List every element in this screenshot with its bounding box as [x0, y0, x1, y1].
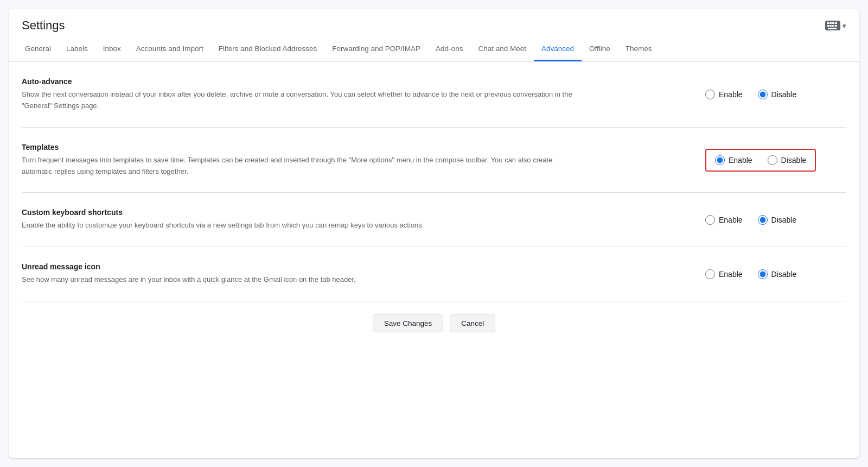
svg-rect-6 — [829, 25, 832, 27]
keyboard-shortcuts-info: Custom keyboard shortcuts Enable the abi… — [22, 208, 705, 231]
save-changes-button[interactable]: Save Changes — [373, 314, 444, 332]
keyboard-shortcuts-title: Custom keyboard shortcuts — [22, 208, 684, 217]
templates-enable-label: Enable — [729, 156, 752, 165]
templates-disable-option[interactable]: Disable — [768, 155, 807, 165]
svg-rect-2 — [829, 22, 832, 24]
auto-advance-disable-option[interactable]: Disable — [758, 90, 797, 99]
keyboard-shortcuts-controls: Enable Disable — [705, 215, 846, 225]
tab-forwarding-pop-imap[interactable]: Forwarding and POP/IMAP — [324, 38, 428, 61]
templates-enable-radio[interactable] — [715, 155, 725, 165]
keyboard-shortcuts-disable-radio[interactable] — [758, 215, 768, 225]
templates-info: Templates Turn frequent messages into te… — [22, 143, 705, 178]
templates-desc: Turn frequent messages into templates to… — [22, 155, 580, 178]
auto-advance-enable-radio[interactable] — [705, 90, 715, 99]
cancel-button[interactable]: Cancel — [450, 314, 495, 332]
keyboard-shortcuts-disable-label: Disable — [771, 216, 797, 224]
auto-advance-enable-label: Enable — [719, 90, 743, 99]
auto-advance-disable-radio[interactable] — [758, 90, 768, 99]
templates-controls: Enable Disable — [705, 149, 846, 172]
auto-advance-desc: Show the next conversation instead of yo… — [22, 89, 580, 112]
tab-labels[interactable]: Labels — [59, 38, 95, 61]
unread-message-icon-disable-label: Disable — [771, 270, 797, 279]
title-bar: Settings ▾ — [9, 9, 859, 38]
auto-advance-controls: Enable Disable — [705, 90, 846, 99]
svg-rect-9 — [828, 28, 837, 29]
setting-auto-advance: Auto-advance Show the next conversation … — [22, 62, 846, 128]
keyboard-shortcuts-enable-label: Enable — [719, 216, 743, 224]
auto-advance-info: Auto-advance Show the next conversation … — [22, 77, 705, 112]
keyboard-shortcuts-enable-option[interactable]: Enable — [705, 215, 743, 225]
keyboard-shortcuts-disable-option[interactable]: Disable — [758, 215, 797, 225]
svg-rect-8 — [835, 25, 837, 27]
keyboard-icon[interactable]: ▾ — [825, 21, 846, 30]
svg-rect-5 — [827, 25, 829, 27]
tab-inbox[interactable]: Inbox — [95, 38, 129, 61]
templates-disable-radio[interactable] — [768, 155, 777, 165]
unread-message-icon-enable-label: Enable — [719, 270, 743, 279]
tab-general[interactable]: General — [17, 38, 59, 61]
tab-offline[interactable]: Offline — [582, 38, 618, 61]
templates-title: Templates — [22, 143, 684, 152]
keyboard-dropdown-icon[interactable]: ▾ — [843, 22, 846, 30]
svg-rect-3 — [832, 22, 834, 24]
page-title: Settings — [22, 18, 65, 33]
tab-add-ons[interactable]: Add-ons — [428, 38, 470, 61]
tab-themes[interactable]: Themes — [618, 38, 660, 61]
settings-window: Settings ▾ General Labels Inbox Accounts… — [9, 9, 859, 458]
templates-enable-option[interactable]: Enable — [715, 155, 752, 165]
unread-message-icon-info: Unread message icon See how many unread … — [22, 262, 705, 286]
unread-message-icon-enable-option[interactable]: Enable — [705, 269, 743, 279]
footer: Save Changes Cancel — [22, 301, 846, 350]
setting-unread-message-icon: Unread message icon See how many unread … — [22, 247, 846, 301]
unread-message-icon-disable-option[interactable]: Disable — [758, 269, 797, 279]
keyboard-shortcuts-enable-radio[interactable] — [705, 215, 715, 225]
keyboard-shortcuts-desc: Enable the ability to customize your key… — [22, 220, 580, 231]
unread-message-icon-desc: See how many unread messages are in your… — [22, 274, 580, 286]
auto-advance-title: Auto-advance — [22, 77, 684, 86]
templates-highlight-box: Enable Disable — [705, 149, 816, 172]
svg-rect-7 — [832, 25, 834, 27]
setting-keyboard-shortcuts: Custom keyboard shortcuts Enable the abi… — [22, 193, 846, 247]
setting-templates: Templates Turn frequent messages into te… — [22, 128, 846, 193]
tab-filters-blocked[interactable]: Filters and Blocked Addresses — [211, 38, 325, 61]
svg-rect-1 — [827, 22, 829, 24]
unread-message-icon-title: Unread message icon — [22, 262, 684, 271]
settings-content: Auto-advance Show the next conversation … — [9, 62, 859, 363]
templates-disable-label: Disable — [781, 156, 807, 165]
tab-accounts-import[interactable]: Accounts and Import — [129, 38, 211, 61]
tab-advanced[interactable]: Advanced — [534, 38, 582, 61]
auto-advance-enable-option[interactable]: Enable — [705, 90, 743, 99]
auto-advance-disable-label: Disable — [771, 90, 797, 99]
settings-nav: General Labels Inbox Accounts and Import… — [9, 38, 859, 62]
unread-message-icon-enable-radio[interactable] — [705, 269, 715, 279]
unread-message-icon-controls: Enable Disable — [705, 269, 846, 279]
tab-chat-meet[interactable]: Chat and Meet — [470, 38, 534, 61]
svg-rect-4 — [835, 22, 837, 24]
unread-message-icon-disable-radio[interactable] — [758, 269, 768, 279]
